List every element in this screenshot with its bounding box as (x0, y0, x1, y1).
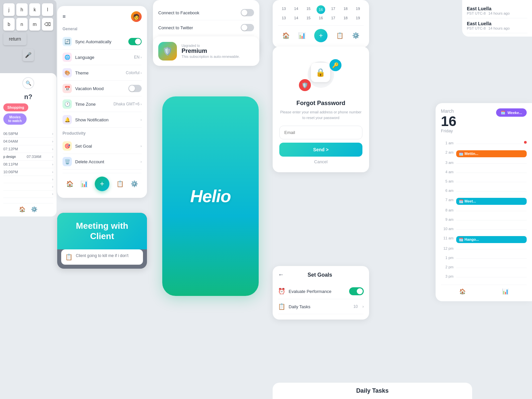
hamburger-icon[interactable]: ≡ (63, 14, 66, 20)
cal-day: 16 (315, 15, 327, 21)
goals-panel: ← Set Goals ⏰ Evaluate Performance 📋 Dai… (273, 266, 369, 320)
kb-key-h[interactable]: h (16, 3, 28, 16)
time-row: 11 am 🗓️ Hango... (441, 234, 527, 245)
bottom-icon-home[interactable]: 🏠 (19, 206, 26, 212)
daily-tasks-icon: 📋 (278, 303, 285, 310)
social-twitter[interactable]: Connect to Twitter (158, 20, 254, 35)
event-meet[interactable]: 🗓️ Meet... (456, 198, 527, 205)
nav-home-icon[interactable]: 🏠 (66, 180, 73, 188)
social-facebook[interactable]: Connect to Facebook (158, 5, 254, 20)
facebook-toggle[interactable] (241, 9, 254, 16)
settings-item-language[interactable]: 🌐 Language EN › (63, 50, 142, 65)
note-text: Client going to kill me if i don't (76, 253, 128, 258)
timezone-icon: 🕐 (63, 99, 72, 109)
vacation-icon: 📅 (63, 84, 72, 93)
kb-key-l[interactable]: l (42, 3, 53, 16)
time-row: 7 am 🗓️ Meet... (441, 196, 527, 206)
kb-key-return[interactable]: return (3, 33, 27, 45)
weekend-badge: 🗓️ Weeke... (496, 108, 527, 117)
time-item: › (3, 191, 53, 198)
east-panel: East Luella PST UTC-8 14 hours ago East … (462, 0, 532, 37)
kb-key-n[interactable]: n (16, 18, 28, 31)
goal-chevron: › (141, 144, 142, 148)
premium-title: Premium (182, 48, 240, 55)
event-meeting[interactable]: 🗓️ Mettin... (456, 150, 527, 157)
evaluate-toggle[interactable] (349, 287, 364, 295)
cal-day: 18 (340, 5, 351, 14)
settings-item-theme[interactable]: 🎨 Theme Colorful › (63, 65, 142, 81)
avatar[interactable]: 🧑 (131, 11, 142, 22)
goal-icon: 🎯 (63, 141, 72, 151)
kb-key-b[interactable]: b (3, 18, 15, 31)
email-input[interactable] (279, 126, 362, 139)
language-label: Language (75, 55, 131, 60)
cal-day: 14 (290, 5, 302, 14)
cal-chart-icon[interactable]: 📊 (298, 32, 306, 39)
kb-key-j[interactable]: j (3, 3, 15, 16)
time-row: 5 am (441, 178, 527, 187)
nav-calendar-icon[interactable]: 📋 (116, 180, 124, 188)
event-hang[interactable]: 🗓️ Hango... (456, 236, 527, 243)
cal-day: 13 (278, 5, 290, 14)
cal-plus-button[interactable]: + (314, 29, 328, 42)
time-row: 8 am (441, 206, 527, 216)
calendar-bottom-icons: 🏠 📊 + 📋 ⚙️ (278, 25, 364, 42)
time-item: › (3, 176, 53, 183)
meeting-title: Meeting with Client (64, 221, 140, 241)
cal-day: 15 (303, 15, 314, 21)
cal-calendar-icon[interactable]: 📋 (336, 32, 343, 39)
settings-item-goal[interactable]: 🎯 Set Goal › (63, 138, 142, 154)
back-button[interactable]: ← (278, 271, 284, 278)
east-sub-2: PST UTC-8 14 hours ago (467, 26, 527, 30)
nav-chart-icon[interactable]: 📊 (80, 180, 88, 188)
twitter-toggle[interactable] (241, 24, 254, 31)
kb-key-backspace[interactable]: ⌫ (42, 18, 53, 31)
cal-day: 13 (278, 15, 290, 21)
premium-subtitle: This subscription is auto-renewable. (182, 55, 240, 59)
sched-home-icon[interactable]: 🏠 (459, 288, 466, 295)
nav-settings-icon[interactable]: ⚙️ (131, 180, 138, 188)
sync-icon: 🔄 (63, 37, 72, 46)
time-row: 1 am (441, 139, 527, 149)
cal-home-icon[interactable]: 🏠 (282, 32, 290, 39)
bottom-icon-settings[interactable]: ⚙️ (31, 206, 38, 212)
settings-item-timezone[interactable]: 🕐 Time Zone Dhaka GMT+6 › (63, 96, 142, 112)
vacation-toggle[interactable] (128, 85, 142, 92)
cal-day: 18 (340, 15, 351, 21)
cancel-text[interactable]: Cancel (279, 159, 362, 164)
cal-day: 15 (303, 5, 314, 14)
kb-key-mic[interactable]: 🎤 (23, 49, 34, 61)
settings-item-sync[interactable]: 🔄 Sync Automatically (63, 34, 142, 50)
settings-item-delete[interactable]: 🗑️ Delete Account › (63, 154, 142, 170)
sched-chart-icon[interactable]: 📊 (502, 288, 509, 295)
time-item: 04:04AM› (3, 138, 53, 145)
cal-settings-icon[interactable]: ⚙️ (352, 32, 359, 39)
time-row: 6 am (441, 187, 527, 196)
tag-movies[interactable]: Movies to watch (3, 113, 27, 125)
settings-item-vacation[interactable]: 📅 Vacation Mood (63, 81, 142, 96)
calendar-panel: 13 14 15 16 17 18 19 13 14 15 16 17 18 1… (273, 0, 369, 48)
time-list: 06:58PM› 04:04AM› 07:12PM› p design07:33… (3, 130, 53, 198)
facebook-label: Connect to Facebook (158, 10, 237, 15)
kb-key-m[interactable]: m (29, 18, 41, 31)
tag-shopping[interactable]: Shopping (3, 103, 28, 111)
goal-daily-tasks[interactable]: 📋 Daily Tasks 10 › (278, 299, 364, 314)
schedule-weekday: Friday (441, 128, 457, 133)
lock-icon: 🔒 (311, 63, 330, 82)
cal-day-today[interactable]: 16 (317, 5, 325, 14)
send-button[interactable]: Send > (279, 143, 362, 157)
evaluate-icon: ⏰ (278, 288, 285, 295)
bottom-bar-left: 🏠 ⚙️ (3, 203, 53, 212)
nav-plus-button[interactable]: + (95, 177, 109, 191)
settings-item-notify[interactable]: 🔔 Show Notification › (63, 112, 142, 128)
calendar-grid: 13 14 15 16 17 18 19 13 14 15 16 17 18 1… (278, 5, 364, 21)
language-icon: 🌐 (63, 53, 72, 62)
time-row: 3 am (441, 159, 527, 168)
sync-toggle[interactable] (128, 38, 142, 45)
goal-evaluate[interactable]: ⏰ Evaluate Performance (278, 284, 364, 299)
search-icon[interactable]: 🔍 (22, 77, 34, 89)
theme-label: Theme (75, 70, 122, 75)
daily-tasks-label: Daily Tasks (289, 304, 350, 309)
kb-key-k[interactable]: k (29, 3, 41, 16)
forgot-subtitle: Please enter your email address or phone… (279, 109, 362, 120)
